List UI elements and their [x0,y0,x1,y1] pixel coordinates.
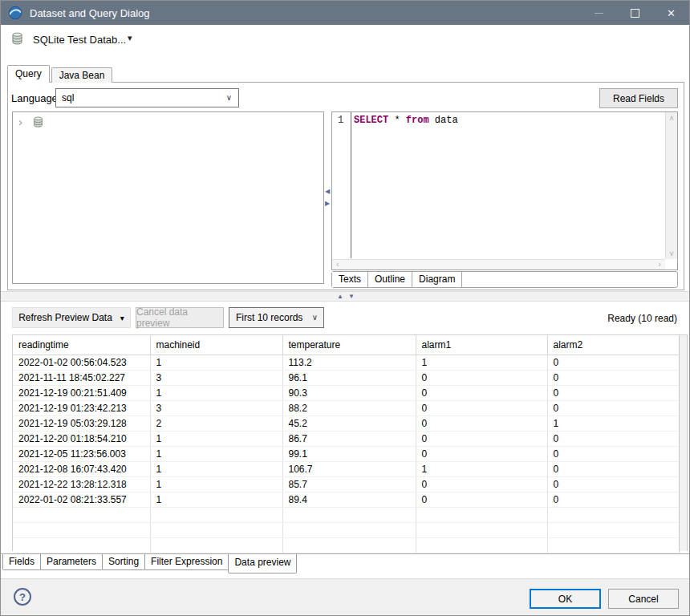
sql-token: data [429,115,458,126]
column-header[interactable]: alarm2 [547,335,680,355]
button-bar: ? OK Cancel [1,578,690,616]
table-cell: 2021-12-22 13:28:12.318 [13,476,150,492]
table-cell: 2021-12-19 00:21:51.409 [13,385,150,400]
cancel-data-preview-button[interactable]: Cancel data preview [136,307,224,328]
tab-parameters[interactable]: Parameters [40,554,103,570]
tab-texts[interactable]: Texts [332,272,368,287]
tab-java-bean[interactable]: Java Bean [51,67,113,83]
table-cell: 3 [150,370,282,385]
tab-sorting[interactable]: Sorting [102,554,145,570]
collapse-right-icon[interactable]: ▶ [325,200,330,207]
table-cell: 1 [416,461,547,476]
schema-tree-panel[interactable]: › [12,111,324,284]
chevron-down-icon: ▾ [120,314,124,322]
tab-filter-expression[interactable]: Filter Expression [144,554,229,570]
column-header[interactable]: readingtime [13,335,150,355]
table-cell: 2 [150,415,282,431]
empty-cell [13,522,150,537]
language-value: sql [62,92,74,103]
minimize-icon [595,13,603,14]
read-fields-button[interactable]: Read Fields [599,88,678,108]
close-button[interactable]: ✕ [653,1,689,25]
table-cell: 0 [416,385,547,400]
language-label: Language [11,92,58,104]
table-row[interactable]: 2021-12-05 11:23:56.003199.100 [13,446,680,461]
data-adapter-name[interactable]: SQLite Test Datab... [33,34,126,46]
scroll-left-icon[interactable]: ‹ [336,259,339,269]
data-adapter-row: SQLite Test Datab... ▾ [1,25,689,63]
scroll-up-icon[interactable]: ∧ [666,114,677,122]
records-count-select[interactable]: First 10 records ∨ [229,307,324,328]
table-row[interactable]: 2021-12-19 05:03:29.128245.201 [13,415,680,431]
table-cell: 0 [547,492,680,507]
table-vertical-scrollbar[interactable] [679,335,688,551]
tab-diagram[interactable]: Diagram [412,272,462,287]
sql-code-line[interactable]: SELECT * from data [354,115,458,126]
scroll-down-icon[interactable]: ∨ [666,249,677,257]
table-cell: 2021-12-19 05:03:29.128 [13,415,150,431]
empty-cell [150,522,282,537]
editor-horizontal-scrollbar[interactable]: ‹ › [332,259,665,270]
database-icon [32,116,45,129]
scroll-right-icon[interactable]: › [658,259,661,269]
table-row[interactable]: 2021-12-19 00:21:51.409190.300 [13,385,680,400]
language-select[interactable]: sql ∨ [55,88,239,107]
table-cell: 3 [150,400,282,415]
table-cell: 0 [416,400,547,415]
table-cell: 85.7 [282,476,416,492]
table-cell: 0 [547,355,680,370]
titlebar[interactable]: Dataset and Query Dialog ✕ [1,1,689,25]
tab-data-preview[interactable]: Data preview [228,554,297,573]
horizontal-splitter[interactable]: ▲▼ [1,291,690,302]
help-button[interactable]: ? [14,588,31,606]
records-count-value: First 10 records [236,312,302,323]
empty-cell [150,507,282,522]
table-cell: 2021-11-11 18:45:02.227 [13,370,150,385]
sql-token: SELECT [354,115,388,126]
tab-outline[interactable]: Outline [368,272,412,287]
dataset-tab-bar: Fields Parameters Sorting Filter Express… [1,553,690,573]
table-cell: 2021-12-20 01:18:54.210 [13,431,150,446]
tab-query[interactable]: Query [7,65,50,83]
table-cell: 2021-12-08 16:07:43.420 [13,461,150,476]
empty-cell [547,537,680,553]
column-header[interactable]: temperature [282,335,416,355]
table-cell: 0 [416,446,547,461]
table-filler-row [13,507,680,522]
table-cell: 106.7 [282,461,416,476]
minimize-button[interactable] [581,1,617,25]
table-cell: 1 [150,385,282,400]
table-filler-row [13,522,680,537]
splitter-updown-icons[interactable]: ▲▼ [337,293,359,300]
table-cell: 0 [547,476,680,492]
table-row[interactable]: 2021-12-20 01:18:54.210186.700 [13,431,680,446]
maximize-button[interactable] [617,1,653,25]
table-cell: 1 [416,355,547,370]
table-row[interactable]: 2021-12-08 16:07:43.4201106.710 [13,461,680,476]
editor-vertical-scrollbar[interactable]: ∧ ∨ [665,112,677,259]
column-header[interactable]: alarm1 [416,335,547,355]
query-tab-content: Language sql ∨ Read Fields › ◀ ▶ [7,82,684,290]
table-row[interactable]: 2021-11-11 18:45:02.227396.100 [13,370,680,385]
vertical-splitter[interactable]: ◀ ▶ [324,111,331,284]
table-cell: 1 [547,415,680,431]
empty-cell [282,522,416,537]
table-cell: 1 [150,431,282,446]
table-row[interactable]: 2021-12-19 01:23:42.213388.200 [13,400,680,415]
maximize-icon [631,9,639,18]
column-header[interactable]: machineid [150,335,282,355]
table-row[interactable]: 2021-12-22 13:28:12.318185.700 [13,476,680,492]
tab-fields[interactable]: Fields [2,554,41,570]
table-cell: 1 [150,492,282,507]
cancel-button[interactable]: Cancel [608,589,679,609]
adapter-dropdown-icon[interactable]: ▾ [128,33,132,43]
table-row[interactable]: 2022-01-02 00:56:04.5231113.210 [13,355,680,370]
tree-expander-icon[interactable]: › [18,115,22,128]
collapse-left-icon[interactable]: ◀ [325,188,330,195]
refresh-preview-button[interactable]: Refresh Preview Data ▾ [12,307,131,328]
table-cell: 0 [547,385,680,400]
sql-editor[interactable]: 1 SELECT * from data ∧ ∨ ‹ › [331,111,678,270]
table-row[interactable]: 2022-01-02 08:21:33.557189.400 [13,492,680,507]
ok-button[interactable]: OK [530,589,601,609]
preview-table: readingtimemachineidtemperaturealarm1ala… [13,335,680,553]
